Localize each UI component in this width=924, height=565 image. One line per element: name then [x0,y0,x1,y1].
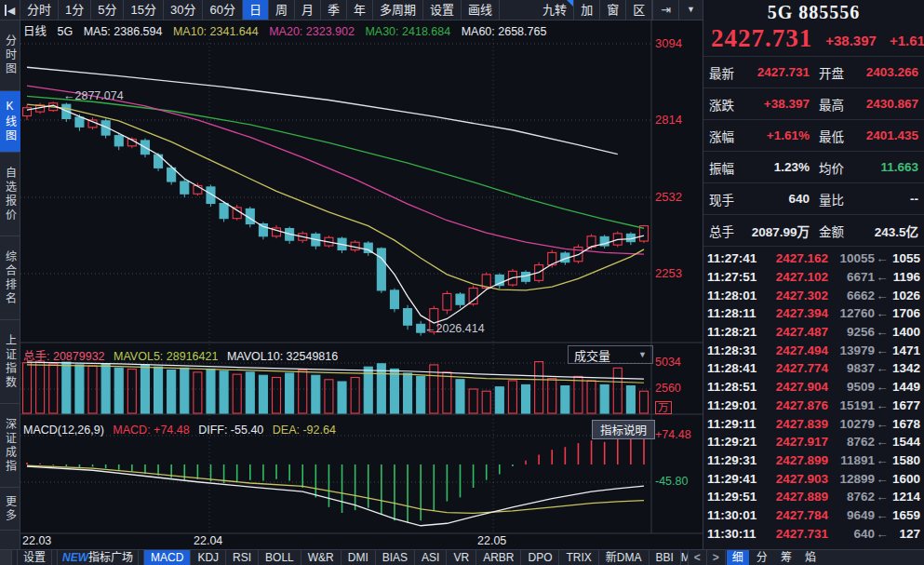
jump-to-end-icon[interactable]: ⇥ [652,0,678,20]
tabs-prev-button[interactable]: < [689,550,707,565]
macd-title-label: MACD(12,26,9) [23,424,104,437]
indicator-tab-ASI[interactable]: ASI [415,550,447,565]
sidebar-item-分时图[interactable]: 分时图 [0,20,20,91]
indicator-tab-TRIX[interactable]: TRIX [559,550,598,565]
sidebar-item-K线图[interactable]: K线图 [0,91,20,153]
toolbar-item-60分[interactable]: 60分 [203,0,242,20]
tick-count: 1055 [890,251,920,265]
toolbar-item-月[interactable]: 月 [295,0,321,20]
x-axis-label: 22.03 [22,534,51,547]
indicator-tab-BBI[interactable]: BBI [649,550,681,565]
indicator-tab-VR[interactable]: VR [447,550,476,565]
price-axis-label: 3094 [655,36,682,50]
chevron-down-icon: ▼ [638,350,647,359]
indicator-plaza-button[interactable]: NEW指标广场 [57,550,139,565]
new-badge: NEW [62,551,88,564]
tick-volume: 6671 [828,270,875,284]
sidebar-item-更多[interactable]: 更多 [0,488,20,531]
indicator-tab-DPO[interactable]: DPO [521,550,559,565]
field-value-最高: 2430.867 [852,97,918,111]
wan-unit-box: 万 [655,401,672,414]
field-label-量比: 量比 [819,190,852,209]
indicator-tab-KDJ[interactable]: KDJ [191,550,226,565]
indicator-tab-BIAS[interactable]: BIAS [376,550,415,565]
macd-axis-label: -45.80 [655,475,688,488]
macd-axis-label: +74.48 [655,428,691,441]
tick-volume: 640 [828,527,875,541]
tick-count: 1544 [890,435,920,449]
tick-volume: 9256 [828,325,875,339]
toolbar-item-加[interactable]: 加 [574,0,600,20]
indicator-tab-RSI[interactable]: RSI [226,550,259,565]
indicator-tab-partial[interactable]: M [681,550,689,565]
toolbar-item-窗[interactable]: 窗 [600,0,626,20]
toolbar-item-九转[interactable]: 九转 [536,0,574,20]
high-annotation: ←2877.074 [63,89,124,102]
x-axis-label: 22.05 [477,534,506,547]
mavol5-label: MAVOL5: 28916421 [114,350,218,363]
dea-value-label: DEA: -92.64 [273,424,336,437]
sidebar-item-深证成指[interactable]: 深证成指 [0,404,20,488]
tick-row: 11:27:512427.1026671←1196 [703,268,924,287]
tick-volume: 6662 [828,289,875,303]
left-arrow-icon: ← [875,435,890,449]
nine-turn-flag-icon [567,0,573,7]
indicator-tab-ARBR[interactable]: ARBR [476,550,521,565]
field-label-涨幅: 涨幅 [709,127,743,145]
indicator-tab-W&R[interactable]: W&R [301,550,341,565]
volume-indicator-dropdown[interactable]: 成交量 ▼ [568,345,653,364]
tick-count: 1342 [890,361,920,375]
quote-panel: 5G 885556 2427.731 +38.397 +1.61% 最新2427… [703,0,924,565]
left-arrow-icon: ← [875,527,890,541]
sidebar-item-综合排名[interactable]: 综合排名 [0,236,20,320]
toolbar-item-分时[interactable]: 分时 [20,0,59,20]
field-value-开盘: 2403.266 [852,65,918,79]
indicator-help-tooltip[interactable]: 指标说明 [592,420,655,439]
tick-time: 11:29:21 [707,435,763,449]
toolbar-item-1分[interactable]: 1分 [59,0,91,20]
panel-tab-分[interactable]: 分 [751,550,773,565]
toolbar-dropdown-icon[interactable]: ▼ [678,0,703,20]
left-arrow-icon: ← [875,289,890,303]
panel-tab-细[interactable]: 细 [727,550,749,565]
stock-app-window: ◀ 分时1分5分15分30分60分日周月季年多周期设置画线 九转加窗区 ⇥ ▼ … [0,0,924,565]
tick-row: 11:28:112427.39412760←1706 [703,304,924,323]
toolbar-item-区[interactable]: 区 [626,0,652,20]
indicator-tab-BOLL[interactable]: BOLL [259,550,301,565]
sidebar-item-自选报价[interactable]: 自选报价 [0,153,20,236]
indicator-tab-新DMA[interactable]: 新DMA [599,550,649,565]
panel-tab-焰[interactable]: 焰 [799,550,822,565]
last-price: 2427.731 [711,24,812,52]
tick-time: 11:28:31 [707,343,763,357]
tick-count: 1677 [890,398,920,412]
tick-list[interactable]: 11:27:412427.16210055←105511:27:512427.1… [703,249,924,543]
collapse-panel-icon[interactable]: ◀ [0,0,20,20]
tick-price: 2427.899 [763,453,828,467]
tick-count: 1400 [890,325,920,339]
toolbar-item-15分[interactable]: 15分 [124,0,163,20]
quote-info-row: 总手2087.99万金额243.5亿 [703,215,924,247]
settings-button[interactable]: 设置 [17,550,52,565]
tick-price: 2427.731 [763,527,828,541]
toolbar-item-周[interactable]: 周 [269,0,295,20]
grip-icon[interactable] [0,550,12,565]
panel-tab-筹[interactable]: 筹 [775,550,797,565]
tabs-next-button[interactable]: > [707,550,726,565]
tick-price: 2427.784 [763,508,828,522]
indicator-tab-MACD[interactable]: MACD [143,550,191,565]
tick-price: 2427.903 [763,472,828,486]
sidebar-item-上证指数[interactable]: 上证指数 [0,320,20,404]
toolbar-item-设置[interactable]: 设置 [423,0,462,20]
toolbar-item-年[interactable]: 年 [347,0,373,20]
tick-time: 11:29:01 [707,398,763,412]
toolbar-item-画线[interactable]: 画线 [462,0,500,20]
toolbar-item-日[interactable]: 日 [243,0,269,20]
toolbar-item-多周期[interactable]: 多周期 [373,0,423,20]
toolbar-item-季[interactable]: 季 [321,0,347,20]
field-label-均价: 均价 [819,158,852,177]
tick-row: 11:29:412427.90312899←1600 [703,469,924,488]
indicator-tab-DMI[interactable]: DMI [341,550,376,565]
tick-price: 2427.904 [763,380,828,394]
toolbar-item-30分[interactable]: 30分 [164,0,203,20]
toolbar-item-5分[interactable]: 5分 [91,0,124,20]
